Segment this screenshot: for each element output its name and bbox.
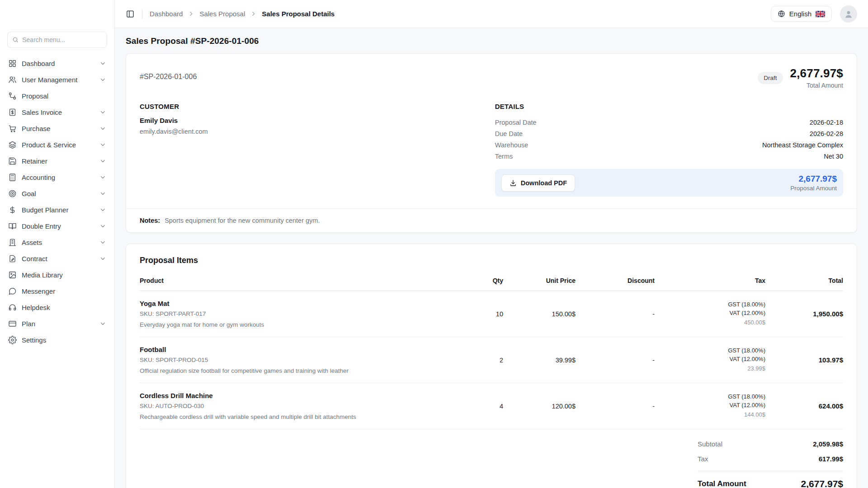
breadcrumb-dashboard[interactable]: Dashboard (150, 10, 183, 18)
grand-total-row: Total Amount 2,677.97$ (698, 471, 843, 488)
sidebar-item-contract[interactable]: Contract (5, 250, 110, 267)
credit-card-icon (8, 319, 17, 328)
page-content: Sales Proposal #SP-2026-01-006 #SP-2026-… (115, 28, 868, 488)
download-pdf-label: Download PDF (521, 179, 567, 187)
book-open-icon (8, 222, 17, 230)
uk-flag-icon (816, 11, 825, 17)
row-total-cell: 103.97$ (765, 356, 843, 364)
sidebar-item-label: User Management (22, 76, 77, 84)
detail-value: 2026-02-18 (810, 119, 843, 126)
sidebar-item-media-library[interactable]: Media Library (5, 267, 110, 283)
sidebar-item-label: Plan (22, 320, 35, 328)
tax-line: VAT (12.00%) (655, 401, 765, 410)
column-header-qty: Qty (456, 277, 503, 284)
customer-heading: CUSTOMER (140, 103, 477, 110)
sidebar-item-goal[interactable]: Goal (5, 185, 110, 202)
proposal-amount-value: 2,677.97$ (790, 174, 837, 184)
sidebar-item-purchase[interactable]: Purchase (5, 120, 110, 136)
column-header-discount: Discount (576, 277, 655, 284)
proposal-amount-bar: Download PDF 2,677.97$ Proposal Amount (495, 169, 843, 197)
sidebar-item-proposal[interactable]: Proposal (5, 88, 110, 104)
language-selector-button[interactable]: English (771, 6, 832, 22)
sidebar-item-helpdesk[interactable]: Helpdesk (5, 299, 110, 315)
globe-icon (778, 10, 785, 18)
chevron-down-icon (99, 76, 106, 83)
chevron-right-icon (250, 11, 256, 17)
product-name: Yoga Mat (140, 300, 456, 307)
detail-row: Terms Net 30 (495, 150, 843, 162)
breadcrumb-sales-proposal[interactable]: Sales Proposal (199, 10, 245, 18)
tax-cell: GST (18.00%) VAT (12.00%) 450.00$ (655, 300, 765, 327)
qty-cell: 4 (456, 403, 503, 410)
sidebar-item-plan[interactable]: Plan (5, 315, 110, 332)
save-icon (8, 157, 17, 165)
sidebar-item-label: Messenger (22, 287, 55, 295)
app-root: Dashboard User Management Proposal Sales… (0, 0, 868, 488)
tax-amount: 23.99$ (655, 365, 765, 373)
subtotal-value: 2,059.98$ (813, 440, 843, 448)
sidebar-search[interactable] (7, 32, 107, 48)
invoice-icon (8, 108, 17, 117)
subtotal-label: Subtotal (698, 440, 722, 448)
detail-value: Northeast Storage Complex (762, 141, 843, 149)
search-icon (12, 36, 19, 43)
detail-value: Net 30 (824, 153, 843, 160)
person-icon (844, 9, 854, 19)
proposal-items-heading: Proposal Items (140, 256, 843, 265)
sidebar-item-user-management[interactable]: User Management (5, 71, 110, 88)
customer-section: CUSTOMER Emily Davis emily.davis@client.… (140, 103, 477, 197)
sidebar-item-settings[interactable]: Settings (5, 332, 110, 348)
column-header-unit-price: Unit Price (503, 277, 576, 284)
chat-bubble-icon (8, 287, 17, 296)
sidebar-item-label: Product & Service (22, 141, 76, 149)
product-description: Rechargeable cordless drill with variabl… (140, 413, 456, 420)
contract-icon (8, 254, 17, 263)
sidebar-item-retainer[interactable]: Retainer (5, 153, 110, 169)
breadcrumb-current: Sales Proposal Details (262, 10, 335, 18)
grand-total-label: Total Amount (698, 479, 746, 488)
sidebar-item-sales-invoice[interactable]: Sales Invoice (5, 104, 110, 120)
notes-row: Notes:Sports equipment for the new commu… (126, 208, 857, 232)
topbar: Dashboard Sales Proposal Sales Proposal … (115, 0, 868, 28)
chevron-down-icon (99, 190, 106, 197)
unit-price-cell: 150.00$ (503, 310, 576, 318)
sidebar-item-label: Goal (22, 190, 36, 197)
status-badge: Draft (758, 72, 783, 84)
proposal-summary-card: #SP-2026-01-006 Draft 2,677.97$ Total Am… (126, 53, 857, 233)
sidebar-item-label: Retainer (22, 157, 47, 165)
sidebar-item-assets[interactable]: Assets (5, 234, 110, 250)
proposal-items-card: Proposal Items Product Qty Unit Price Di… (126, 244, 857, 488)
details-heading: DETAILS (495, 103, 843, 110)
table-row: Cordless Drill Machine SKU: AUTO-PROD-03… (140, 383, 843, 429)
download-pdf-button[interactable]: Download PDF (501, 174, 575, 192)
sidebar-item-label: Sales Invoice (22, 108, 62, 116)
tax-line: GST (18.00%) (655, 347, 765, 355)
discount-cell: - (576, 403, 655, 410)
chevron-down-icon (99, 223, 106, 230)
workflow-icon (8, 92, 17, 100)
chevron-down-icon (99, 206, 106, 213)
sidebar: Dashboard User Management Proposal Sales… (0, 0, 115, 488)
tax-line: VAT (12.00%) (655, 355, 765, 364)
user-avatar[interactable] (840, 5, 857, 23)
gear-icon (8, 336, 17, 344)
sidebar-item-accounting[interactable]: Accounting (5, 169, 110, 185)
sidebar-toggle-button[interactable] (126, 9, 135, 19)
items-table-header: Product Qty Unit Price Discount Tax Tota… (140, 277, 843, 291)
product-description: Everyday yoga mat for home or gym workou… (140, 321, 456, 328)
column-header-tax: Tax (655, 277, 765, 284)
detail-value: 2026-02-28 (810, 130, 843, 137)
sidebar-item-product-service[interactable]: Product & Service (5, 136, 110, 153)
sidebar-item-dashboard[interactable]: Dashboard (5, 55, 110, 71)
sidebar-item-messenger[interactable]: Messenger (5, 283, 110, 299)
qty-cell: 2 (456, 357, 503, 364)
sidebar-item-budget-planner[interactable]: Budget Planner (5, 202, 110, 218)
main-area: Dashboard Sales Proposal Sales Proposal … (115, 0, 868, 488)
unit-price-cell: 120.00$ (503, 403, 576, 410)
notes-label: Notes: (140, 217, 160, 224)
chevron-down-icon (99, 60, 106, 67)
search-input[interactable] (22, 36, 102, 43)
sidebar-item-double-entry[interactable]: Double Entry (5, 218, 110, 234)
chevron-down-icon (99, 174, 106, 181)
chevron-down-icon (99, 158, 106, 164)
